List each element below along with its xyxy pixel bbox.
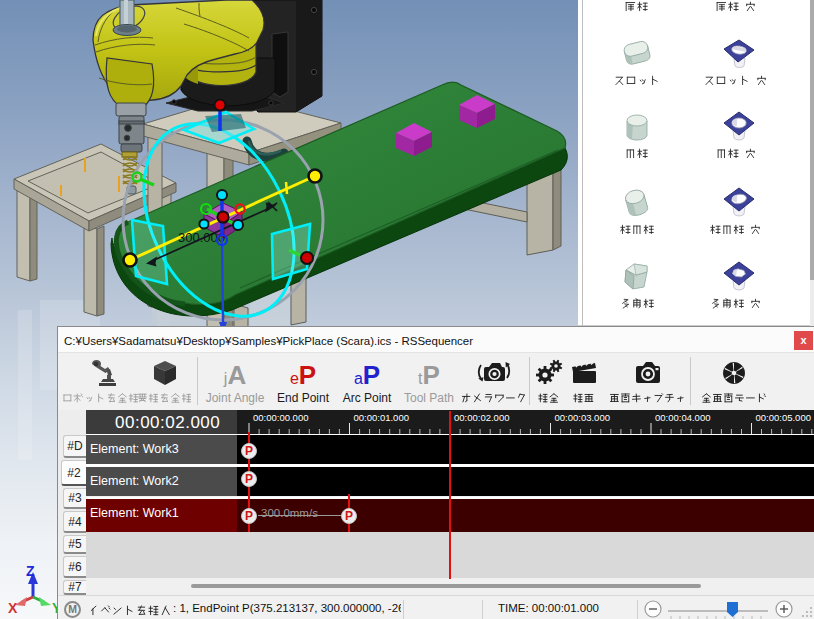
svg-text:00:00:04.000: 00:00:04.000 xyxy=(655,412,710,423)
svg-text:00:00:01.000: 00:00:01.000 xyxy=(354,412,409,423)
svg-text:Z: Z xyxy=(26,563,35,579)
svg-text:00:00:00.000: 00:00:00.000 xyxy=(253,412,308,423)
svg-text:00:00:02.000: 00:00:02.000 xyxy=(454,412,509,423)
svg-text:00:00:03.000: 00:00:03.000 xyxy=(555,412,610,423)
svg-text:X: X xyxy=(8,600,18,616)
svg-text:00:00:05.000: 00:00:05.000 xyxy=(756,412,811,423)
